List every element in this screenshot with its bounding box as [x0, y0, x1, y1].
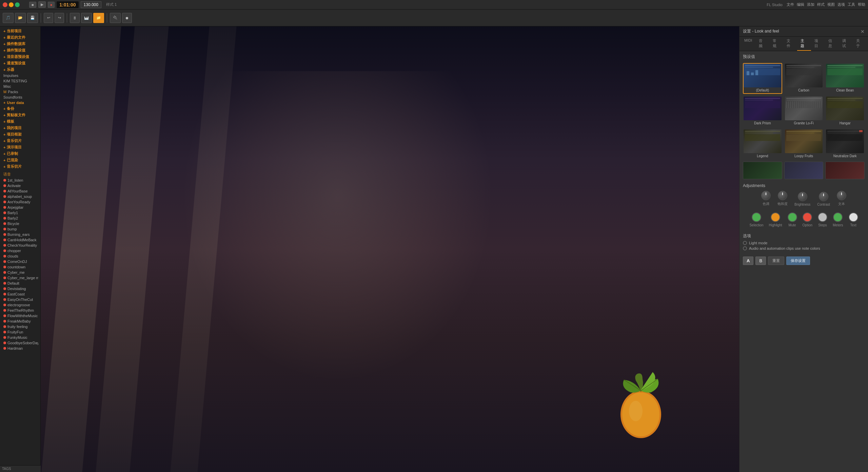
preset-hangar[interactable]: Hangar: [825, 96, 865, 127]
sidebar-item-packs[interactable]: M Packs: [2, 89, 38, 95]
highlight-color-swatch[interactable]: [771, 212, 780, 222]
option-light-mode[interactable]: Light mode: [743, 241, 865, 245]
sidebar-item-hardman[interactable]: Hardman: [2, 346, 38, 351]
sidebar-item-feeltherhythm[interactable]: FeelTheRhythm: [2, 308, 38, 313]
option-color-swatch[interactable]: [803, 212, 812, 222]
font-b-button[interactable]: B: [755, 256, 766, 265]
menu-tools[interactable]: 工具: [848, 2, 855, 7]
tab-audio[interactable]: 音频: [755, 37, 769, 51]
new-button[interactable]: 🎵: [3, 13, 14, 23]
sidebar-item-fruityfun[interactable]: FruityFun: [2, 329, 38, 335]
preset-loopy[interactable]: Loopy Fruits: [784, 129, 824, 160]
sidebar-item-checkyourreality[interactable]: CheckYourReality: [2, 243, 38, 248]
sidebar-item-electrogroove[interactable]: electrogroove: [2, 302, 38, 308]
menu-style[interactable]: 样式: [817, 2, 825, 7]
minimize-button[interactable]: [9, 2, 14, 7]
sidebar-item-current-project[interactable]: + 当前项目: [2, 28, 38, 34]
menu-options[interactable]: 选项: [837, 2, 845, 7]
sidebar-item-barly2[interactable]: Barly2: [2, 216, 38, 221]
sidebar-item-instruments[interactable]: + 乐器: [2, 66, 38, 73]
tab-about[interactable]: 关于: [853, 37, 867, 51]
text-knob[interactable]: [837, 191, 846, 200]
steps-color-swatch[interactable]: [818, 212, 827, 222]
sidebar-item-plugin-db[interactable]: + 插件数据库: [2, 41, 38, 47]
menu-file[interactable]: 文件: [787, 2, 794, 7]
record-toolbar-button[interactable]: ⏺: [122, 13, 132, 23]
sidebar-item-music-clips[interactable]: + 音乐切片: [2, 138, 38, 144]
tab-midi[interactable]: MIDI: [741, 37, 755, 51]
sidebar-item-arpejgitar[interactable]: Arpejgitar: [2, 205, 38, 210]
selection-color-swatch[interactable]: [752, 212, 761, 222]
tab-file[interactable]: 文件: [783, 37, 797, 51]
menu-help[interactable]: 帮助: [858, 2, 865, 7]
sidebar-item-user-data[interactable]: + User data: [2, 100, 38, 105]
sidebar-item-plugin-presets[interactable]: + 插件预设值: [2, 47, 38, 54]
sidebar-item-default[interactable]: Default: [2, 281, 38, 286]
font-a-button[interactable]: A: [743, 256, 753, 265]
sidebar-item-impulses[interactable]: Impulses: [2, 73, 38, 78]
sidebar-item-bicycle[interactable]: Bicycle: [2, 221, 38, 226]
save-settings-button[interactable]: 保存设置: [786, 256, 810, 265]
redo-button[interactable]: ↪: [55, 13, 64, 23]
browser-button[interactable]: 📁: [93, 13, 104, 23]
piano-button[interactable]: 🎹: [81, 13, 92, 23]
sidebar-item-cyber-me-large[interactable]: Cyber_me_large male: [2, 275, 38, 281]
sidebar-item-alphabet-soup[interactable]: alphabet_soup: [2, 194, 38, 199]
transport-tempo[interactable]: 130.000: [81, 1, 101, 8]
saturation-knob[interactable]: [778, 191, 787, 200]
sidebar-item-mixed[interactable]: + 已混染: [2, 157, 38, 163]
sidebar-item-recent-files[interactable]: + 最近的文件: [2, 34, 38, 41]
sidebar-item-project-framework[interactable]: + 项目框架: [2, 131, 38, 138]
preset-extra-2[interactable]: [784, 162, 824, 179]
plugin-button[interactable]: 🔌: [110, 13, 121, 23]
play-button[interactable]: ▶: [38, 1, 46, 8]
undo-button[interactable]: ↩: [44, 13, 53, 23]
sidebar-item-clipboard[interactable]: + 剪贴板文件: [2, 112, 38, 118]
preset-cleanbean[interactable]: Clean Bean: [825, 63, 865, 94]
menu-edit[interactable]: 编辑: [797, 2, 804, 7]
sidebar-item-countdown[interactable]: countdown: [2, 264, 38, 270]
preset-neutralize[interactable]: Neutralize Dark: [825, 129, 865, 160]
text-color-swatch[interactable]: [849, 212, 858, 222]
open-button[interactable]: 📂: [15, 13, 26, 23]
sidebar-item-comeondj[interactable]: ComeOnDJ: [2, 259, 38, 264]
preset-granite[interactable]: Granite Lo-Fi: [784, 96, 824, 127]
close-button[interactable]: [3, 2, 7, 7]
tab-debug[interactable]: 调试: [839, 37, 853, 51]
tab-project[interactable]: 项目: [811, 37, 825, 51]
sidebar-item-misc[interactable]: Misc: [2, 84, 38, 89]
sidebar-item-areyouready[interactable]: AreYouReady: [2, 199, 38, 205]
preset-extra-1[interactable]: [743, 162, 782, 179]
sidebar-item-activate[interactable]: Activate: [2, 183, 38, 188]
sidebar-item-allyourbase[interactable]: AllYourBase: [2, 188, 38, 194]
menu-view[interactable]: 视图: [827, 2, 835, 7]
save-button[interactable]: 💾: [27, 13, 38, 23]
sidebar-item-my-projects[interactable]: + 我的项目: [2, 125, 38, 131]
contrast-knob[interactable]: [819, 192, 828, 201]
sidebar-item-mixer-presets[interactable]: + 混音器预设值: [2, 54, 38, 60]
preset-extra-3[interactable]: [825, 162, 865, 179]
stop-button[interactable]: ■: [29, 2, 36, 8]
preset-default[interactable]: (Default): [743, 63, 782, 94]
sidebar-item-cyber-me[interactable]: Cyber_me: [2, 270, 38, 275]
tab-theme[interactable]: 主题: [797, 37, 811, 51]
sidebar-item-barly1[interactable]: Barly1: [2, 210, 38, 216]
sidebar-item-music-clips-2[interactable]: + 音乐切片: [2, 163, 38, 170]
brightness-knob[interactable]: [798, 192, 807, 201]
sidebar-item-chopper[interactable]: chopper: [2, 248, 38, 253]
sidebar-item-1st-listen[interactable]: 1st_listen: [2, 178, 38, 183]
sidebar-item-backup[interactable]: + 备份: [2, 105, 38, 112]
sidebar-item-funkymusic[interactable]: FunkyMusic: [2, 335, 38, 340]
sidebar-item-burning-ears[interactable]: Burning_ears: [2, 232, 38, 237]
sidebar-item-kim-testing[interactable]: KIM TESTING: [2, 78, 38, 84]
mute-color-swatch[interactable]: [788, 212, 797, 222]
preset-darkprism[interactable]: Dark Prism: [743, 96, 782, 127]
sidebar-item-flowwiththemusic[interactable]: FlowWiththeMusic: [2, 313, 38, 319]
tab-general[interactable]: 常规: [769, 37, 783, 51]
reset-button[interactable]: 重置: [768, 256, 784, 265]
tab-info[interactable]: 信息: [825, 37, 839, 51]
sidebar-item-fruity-feeling[interactable]: fruity feeling: [2, 324, 38, 329]
mixer-button[interactable]: 🎚: [70, 13, 80, 23]
sidebar-item-templates[interactable]: + 模板: [2, 118, 38, 125]
menu-add[interactable]: 添加: [807, 2, 814, 7]
